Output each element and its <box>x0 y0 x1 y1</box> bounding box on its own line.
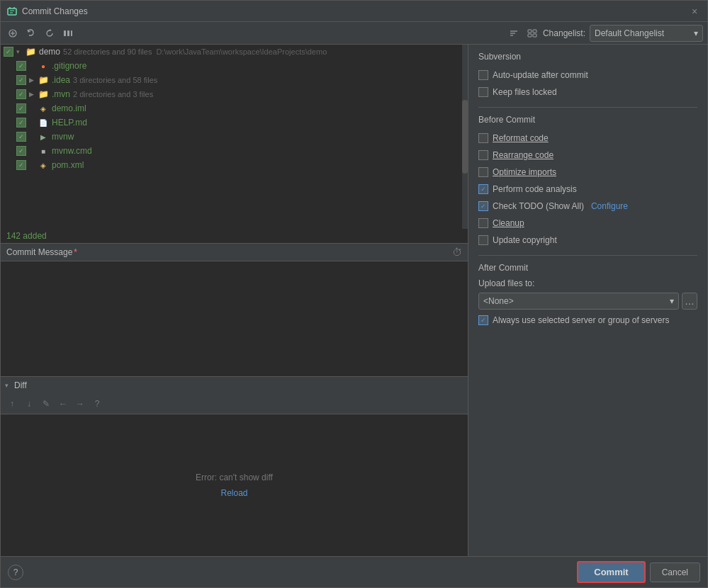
clock-icon[interactable]: ⏱ <box>452 247 462 258</box>
add-button[interactable] <box>5 26 21 41</box>
item-checkbox[interactable]: ✓ <box>16 75 26 85</box>
option-optimize: Optimize imports <box>478 164 697 180</box>
diff-reload-btn[interactable]: Reload <box>220 488 247 498</box>
close-button[interactable]: × <box>687 4 702 18</box>
left-panel: ✓ ▾ 📁 demo 52 directories and 90 files D… <box>1 45 468 556</box>
always-use-label: Always use selected server or group of s… <box>493 315 669 325</box>
auto-update-checkbox[interactable] <box>478 70 488 80</box>
tree-item[interactable]: ✓ ▶ 📁 .idea 3 directories and 58 files <box>1 73 468 87</box>
after-commit-section: After Commit Upload files to: <None> ▾ …… <box>478 263 697 325</box>
refresh-button[interactable] <box>42 26 57 41</box>
configure-link[interactable]: Configure <box>591 201 628 211</box>
optimize-checkbox[interactable] <box>478 167 488 177</box>
commit-message-header: Commit Message * ⏱ <box>1 243 468 261</box>
changelist-dropdown[interactable]: Default Changelist ▾ <box>590 25 703 42</box>
item-name: mvnw.cmd <box>52 146 92 156</box>
root-checkbox[interactable]: ✓ <box>4 47 13 57</box>
upload-dropdown[interactable]: <None> ▾ <box>478 293 679 310</box>
diff-back-btn[interactable]: ← <box>56 397 70 411</box>
group-button[interactable] <box>524 26 540 41</box>
subversion-title: Subversion <box>478 52 697 62</box>
diff-content: Error: can't show diff Reload <box>1 414 468 556</box>
svg-rect-6 <box>64 30 66 36</box>
item-name: demo.iml <box>52 103 86 113</box>
option-keep-files: Keep files locked <box>478 84 697 100</box>
file-xml-icon: ◈ <box>38 103 49 114</box>
tree-item[interactable]: ✓ ▶ mvnw <box>1 130 468 144</box>
rearrange-checkbox[interactable] <box>478 150 488 160</box>
changelist-label: Changelist: <box>543 28 585 38</box>
file-tree[interactable]: ✓ ▾ 📁 demo 52 directories and 90 files D… <box>1 45 468 229</box>
item-checkbox[interactable]: ✓ <box>16 160 26 170</box>
update-copyright-checkbox[interactable] <box>478 235 488 245</box>
perform-analysis-checkbox[interactable]: ✓ <box>478 184 488 194</box>
diff-down-btn[interactable]: ↓ <box>22 397 36 411</box>
file-tree-scrollbar[interactable] <box>462 45 468 229</box>
svg-rect-8 <box>71 30 72 36</box>
file-xml2-icon: ◈ <box>38 159 49 171</box>
keep-files-checkbox[interactable] <box>478 87 488 97</box>
folder-icon: 📁 <box>25 46 36 57</box>
undo-button[interactable] <box>23 26 39 41</box>
root-path: D:\work\JavaTeam\workspace\IdeaProjects\… <box>156 47 327 56</box>
item-checkbox[interactable]: ✓ <box>16 89 26 99</box>
folder-icon: 📁 <box>38 89 49 100</box>
after-commit-title: After Commit <box>478 263 697 273</box>
toolbar: Changelist: Default Changelist ▾ <box>1 22 707 45</box>
item-name: pom.xml <box>52 160 84 170</box>
perform-analysis-label: Perform code analysis <box>493 184 577 194</box>
check-todo-checkbox[interactable]: ✓ <box>478 201 488 211</box>
upload-more-button[interactable]: … <box>682 293 697 310</box>
help-button[interactable]: ? <box>8 565 23 580</box>
check-todo-label: Check TODO (Show All) <box>493 201 584 211</box>
item-checkbox[interactable]: ✓ <box>16 132 26 142</box>
diff-edit-btn[interactable]: ✎ <box>39 397 53 411</box>
item-name: .mvn <box>52 89 70 99</box>
diff-help-btn[interactable]: ? <box>90 397 104 411</box>
svg-rect-14 <box>528 34 532 37</box>
item-name: .gitignore <box>52 61 86 71</box>
cleanup-checkbox[interactable] <box>478 218 488 228</box>
item-checkbox[interactable]: ✓ <box>16 118 26 128</box>
tree-item[interactable]: ✓ ◈ demo.iml <box>1 101 468 115</box>
dialog-icon <box>6 6 18 17</box>
divider-2 <box>478 255 697 256</box>
bottom-bar: ? Commit Cancel <box>1 556 707 587</box>
diff-up-btn[interactable]: ↑ <box>5 397 19 411</box>
item-checkbox[interactable]: ✓ <box>16 146 26 156</box>
item-name: mvnw <box>52 132 74 142</box>
diff-section: ▾ Diff ↑ ↓ ✎ ← → ? Error: can't show dif… <box>1 376 468 556</box>
root-info: 52 directories and 90 files <box>63 47 152 56</box>
file-cmd-icon: ■ <box>38 145 49 157</box>
commit-button[interactable]: Commit <box>577 561 645 583</box>
svg-rect-13 <box>533 30 536 33</box>
sort-button[interactable] <box>506 26 522 41</box>
keep-files-label: Keep files locked <box>493 87 557 97</box>
reformat-checkbox[interactable] <box>478 133 488 143</box>
item-checkbox[interactable]: ✓ <box>16 103 26 113</box>
option-rearrange: Rearrange code <box>478 147 697 163</box>
diff-forward-btn[interactable]: → <box>73 397 87 411</box>
auto-update-label: Auto-update after commit <box>493 70 588 80</box>
item-checkbox[interactable]: ✓ <box>16 61 26 71</box>
added-count: 142 added <box>1 229 468 243</box>
optimize-label: Optimize imports <box>493 167 556 177</box>
tree-root-item[interactable]: ✓ ▾ 📁 demo 52 directories and 90 files D… <box>1 45 468 59</box>
item-name: .idea <box>52 75 70 85</box>
tree-item[interactable]: ✓ ■ mvnw.cmd <box>1 144 468 158</box>
tree-item[interactable]: ✓ ◈ pom.xml <box>1 158 468 172</box>
tree-item[interactable]: ✓ ▶ 📁 .mvn 2 directories and 3 files <box>1 87 468 101</box>
upload-select-row: <None> ▾ … <box>478 293 697 310</box>
item-name: HELP.md <box>52 118 87 128</box>
tree-item[interactable]: ✓ 📄 HELP.md <box>1 115 468 130</box>
rearrange-label: Rearrange code <box>493 150 554 160</box>
diff-collapse-arrow[interactable]: ▾ <box>5 382 9 389</box>
cancel-button[interactable]: Cancel <box>650 562 700 582</box>
option-check-todo: ✓ Check TODO (Show All) Configure <box>478 198 697 214</box>
always-use-checkbox[interactable]: ✓ <box>478 315 488 325</box>
settings-button[interactable] <box>60 26 76 41</box>
before-commit-title: Before Commit <box>478 115 697 125</box>
dialog-title: Commit Changes <box>22 6 687 16</box>
tree-item[interactable]: ✓ ● .gitignore <box>1 59 468 73</box>
commit-message-input[interactable] <box>1 261 468 376</box>
